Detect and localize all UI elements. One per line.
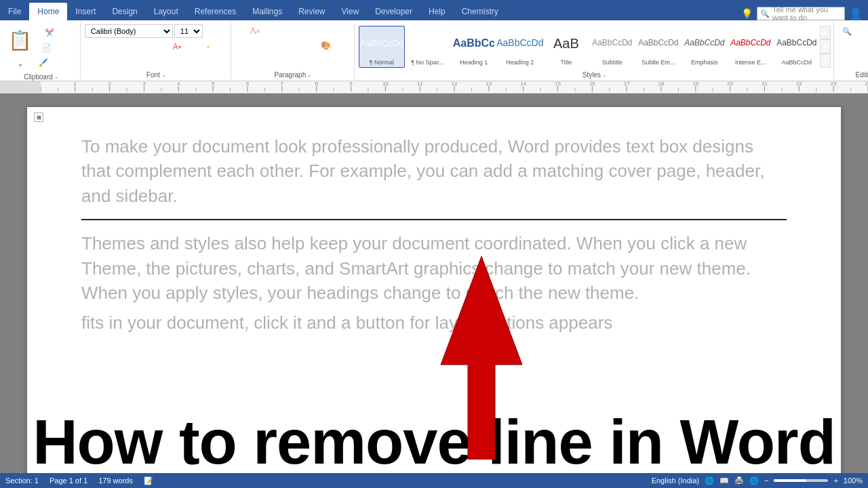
align-center-button[interactable]: ≡C — [250, 39, 263, 52]
style-heading2[interactable]: AaBbCcDd Heading 2 — [497, 26, 543, 68]
borders-button[interactable]: ⊞▾ — [213, 40, 226, 54]
bold-button[interactable]: B — [85, 40, 98, 54]
show-marks-button[interactable]: ¶ — [321, 24, 334, 38]
strikethrough-button[interactable]: ab — [127, 40, 141, 54]
zoom-bar — [774, 479, 828, 482]
clipboard-group: 📋 Paste ▾ ✂️ Cut 📄 Copy 🖌️ Forma — [3, 22, 81, 79]
format-painter-button[interactable]: 🖌️ Format Painter — [36, 56, 76, 69]
styles-expand[interactable]: ⊞ — [820, 54, 831, 68]
shading2-button[interactable]: 🎨▾ — [321, 39, 334, 52]
align-left-button[interactable]: ≡L — [235, 39, 249, 52]
superscript-button[interactable]: x2 — [156, 40, 170, 54]
svg-text:16: 16 — [589, 81, 595, 87]
svg-text:22: 22 — [796, 81, 802, 87]
style-intense-em[interactable]: AaBbCcDd Intense E... — [728, 26, 774, 68]
font-grow-button[interactable]: A▲ — [204, 24, 218, 38]
language-status: English (India) — [652, 476, 699, 485]
search-placeholder: Tell me what you want to do — [772, 5, 842, 22]
tab-home[interactable]: Home — [29, 3, 67, 20]
styles-expand-btn[interactable]: ⌄ — [602, 72, 607, 78]
style-subtle-em[interactable]: AaBbCcDd Subtle Em... — [635, 26, 682, 68]
tab-layout[interactable]: Layout — [146, 3, 186, 20]
shading-button[interactable]: A▾ — [199, 40, 212, 54]
tab-insert[interactable]: Insert — [67, 3, 104, 20]
language-icon: 🌐 — [705, 476, 714, 485]
font-name-select[interactable]: Calibri (Body) — [85, 24, 173, 38]
paragraph-1: To make your document look professionall… — [81, 134, 787, 208]
find-button[interactable]: 🔍 Find ▾ — [838, 26, 868, 37]
section-status: Section: 1 — [5, 476, 39, 485]
font-shrink-button[interactable]: A▼ — [219, 24, 233, 38]
styles-scroll-up[interactable]: ▲ — [820, 26, 831, 40]
align-right-button[interactable]: ≡R — [264, 39, 277, 52]
tab-design[interactable]: Design — [104, 3, 145, 20]
tab-developer[interactable]: Developer — [367, 3, 420, 20]
svg-text:1: 1 — [74, 81, 77, 87]
svg-text:9: 9 — [349, 81, 353, 87]
svg-text:10: 10 — [382, 81, 389, 87]
italic-button[interactable]: I — [99, 40, 113, 54]
sort-button[interactable]: A↕Z — [307, 24, 320, 38]
clipboard-expand[interactable]: ⌄ — [54, 74, 59, 80]
line-spacing-button[interactable]: ↕≡▾ — [307, 39, 320, 52]
copy-icon: 📄 — [42, 43, 52, 52]
font-size-select[interactable]: 11 — [174, 24, 203, 38]
horizontal-divider — [81, 219, 787, 220]
svg-text:13: 13 — [486, 81, 492, 87]
style-emphasis[interactable]: AaBbCcDd Emphasis — [682, 26, 728, 68]
columns-button[interactable]: ⫿▾ — [292, 39, 306, 52]
copy-button[interactable]: 📄 Copy — [36, 41, 76, 54]
underline-button[interactable]: U — [113, 40, 127, 54]
tab-help[interactable]: Help — [420, 3, 454, 20]
zoom-level: 100% — [844, 476, 863, 485]
tab-file[interactable]: File — [0, 3, 29, 20]
tab-mailings[interactable]: Mailings — [244, 3, 290, 20]
style-normal[interactable]: AaBbCcDd ¶ Normal — [359, 26, 405, 68]
zoom-in-btn[interactable]: + — [833, 476, 837, 485]
svg-text:2: 2 — [108, 81, 111, 87]
proofing-icon: 📝 — [144, 476, 153, 485]
svg-marker-74 — [441, 256, 522, 460]
help-icon: 💡 — [741, 8, 753, 19]
select-button[interactable]: ⬚ Select ▾ — [838, 52, 868, 63]
font-expand[interactable]: ⌄ — [161, 72, 166, 78]
paragraph-expand[interactable]: ⌄ — [307, 72, 312, 78]
cut-button[interactable]: ✂️ Cut — [36, 26, 76, 39]
multilevel-list-button[interactable]: ≡⊞▾ — [264, 24, 277, 38]
replace-button[interactable]: ⇄ Replace — [838, 39, 868, 50]
font-group: Calibri (Body) 11 A▲ A▼ Aa A✕ B I U ab x… — [82, 22, 231, 79]
layout-indicator[interactable]: ⊞ — [34, 113, 43, 122]
decrease-indent-button[interactable]: ⇐≡ — [278, 24, 292, 38]
increase-indent-button[interactable]: ≡⇒ — [292, 24, 306, 38]
zoom-out-btn[interactable]: − — [764, 476, 768, 485]
tab-chemistry[interactable]: Chemistry — [454, 3, 507, 20]
style-title[interactable]: AaB Title — [543, 26, 589, 68]
search-icon: 🔍 — [760, 9, 770, 18]
view-print-btn[interactable]: 🖨️ — [734, 476, 744, 485]
style-no-spacing[interactable]: AaBbCcDd ¶ No Spac... — [405, 26, 451, 68]
red-arrow — [427, 243, 536, 462]
numbering-button[interactable]: ≡1▾ — [250, 24, 263, 38]
style-subtitle[interactable]: AaBbCcDd Subtitle — [589, 26, 635, 68]
tab-view[interactable]: View — [334, 3, 368, 20]
page-status: Page 1 of 1 — [50, 476, 87, 485]
bullets-button[interactable]: ≡•▾ — [235, 24, 249, 38]
style-extra[interactable]: AaBbCcDd AaBbCcDd — [774, 26, 820, 68]
view-web-btn[interactable]: 🌐 — [749, 476, 759, 485]
select-icon: ⬚ — [842, 53, 849, 62]
tab-references[interactable]: References — [186, 3, 244, 20]
justify-button[interactable]: ≡J — [278, 39, 292, 52]
paste-button[interactable]: 📋 Paste ▾ — [5, 26, 35, 68]
subscript-button[interactable]: x2 — [142, 40, 155, 54]
text-highlight-button[interactable]: 🖊▾ — [184, 40, 198, 54]
tell-me-search[interactable]: 🔍 Tell me what you want to do — [757, 7, 845, 20]
view-read-btn[interactable]: 📖 — [719, 476, 729, 485]
style-heading1[interactable]: AaBbCc Heading 1 — [451, 26, 497, 68]
font-color-button[interactable]: A▾ — [170, 40, 184, 54]
paragraph-group: ≡•▾ ≡1▾ ≡⊞▾ ⇐≡ ≡⇒ A↕Z ¶ ≡L ≡C ≡R ≡J ⫿▾ ↕… — [233, 22, 355, 79]
svg-text:17: 17 — [624, 81, 630, 87]
styles-scroll-down[interactable]: ▼ — [820, 39, 831, 54]
tab-review[interactable]: Review — [290, 3, 333, 20]
borders2-button[interactable]: ⊞▾ — [335, 39, 349, 52]
svg-text:5: 5 — [212, 81, 215, 87]
